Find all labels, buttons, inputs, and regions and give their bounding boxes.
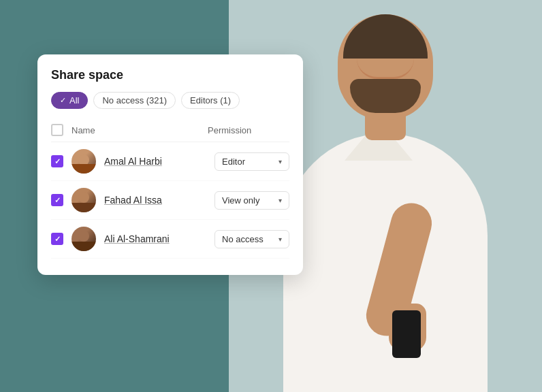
avatar-amal <box>71 149 96 174</box>
person-hair <box>343 14 428 59</box>
avatar-fahad <box>71 188 96 212</box>
person-beard <box>350 79 421 113</box>
permission-dropdown-amal[interactable]: Editor ▾ <box>214 152 289 171</box>
filter-tabs: ✓ All No access (321) Editors (1) <box>51 92 289 109</box>
table-row: Fahad Al Issa View only ▾ <box>51 181 289 220</box>
tab-editors[interactable]: Editors (1) <box>181 92 240 109</box>
tab-all-label: All <box>69 95 79 105</box>
tab-no-access[interactable]: No access (321) <box>93 92 176 109</box>
person-head <box>338 14 433 120</box>
row-checkbox-amal[interactable] <box>51 155 63 167</box>
column-name-header: Name <box>71 125 200 135</box>
tab-no-access-label: No access (321) <box>102 95 167 105</box>
permission-value-amal: Editor <box>222 157 245 167</box>
permission-dropdown-ali[interactable]: No access ▾ <box>214 230 289 248</box>
table-row: Amal Al Harbi Editor ▾ <box>51 142 289 181</box>
permission-value-ali: No access <box>222 234 264 244</box>
table-header: Name Permission <box>51 120 289 142</box>
avatar-ali <box>71 227 96 251</box>
person-smile <box>357 59 414 79</box>
user-name-fahad[interactable]: Fahad Al Issa <box>104 195 206 206</box>
column-permission-header: Permission <box>208 125 289 135</box>
chevron-down-icon: ▾ <box>278 197 282 204</box>
modal-title: Share space <box>51 68 289 82</box>
header-checkbox[interactable] <box>51 124 63 136</box>
person-phone <box>392 310 421 358</box>
tab-all[interactable]: ✓ All <box>51 92 88 109</box>
chevron-down-icon: ▾ <box>278 158 282 165</box>
tab-editors-label: Editors (1) <box>190 95 231 105</box>
permission-dropdown-fahad[interactable]: View only ▾ <box>214 191 289 210</box>
user-name-ali[interactable]: Ali Al-Shamrani <box>104 233 206 244</box>
row-checkbox-fahad[interactable] <box>51 194 63 206</box>
share-space-modal: Share space ✓ All No access (321) Editor… <box>37 54 303 275</box>
user-name-amal[interactable]: Amal Al Harbi <box>104 156 206 167</box>
check-icon: ✓ <box>60 96 66 105</box>
table-row: Ali Al-Shamrani No access ▾ <box>51 220 289 259</box>
modal-container: Share space ✓ All No access (321) Editor… <box>37 54 303 275</box>
permission-value-fahad: View only <box>222 195 259 206</box>
chevron-down-icon: ▾ <box>278 235 282 243</box>
row-checkbox-ali[interactable] <box>51 233 63 245</box>
